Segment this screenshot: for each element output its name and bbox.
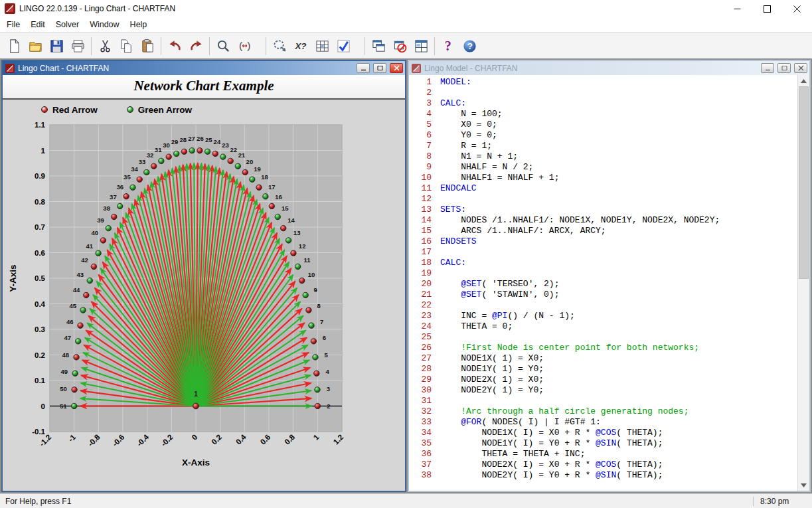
- svg-text:48: 48: [62, 351, 70, 359]
- find-button[interactable]: [212, 36, 234, 56]
- menu-edit[interactable]: Edit: [25, 19, 50, 31]
- menu-solver[interactable]: Solver: [50, 19, 84, 31]
- open-file-button[interactable]: [25, 36, 46, 56]
- code-line: 38 NODE2Y( I) = Y0 + R * @SIN( THETA);: [409, 470, 797, 481]
- menu-help[interactable]: Help: [125, 19, 153, 31]
- code-text: THETA = 0;: [440, 321, 513, 332]
- close-all-windows-button[interactable]: [389, 36, 410, 56]
- line-number: 1: [409, 77, 440, 88]
- svg-text:5: 5: [324, 351, 328, 359]
- toolbar-separator: [365, 37, 365, 55]
- save-button[interactable]: [46, 36, 67, 56]
- code-line: 23 INC = @PI() / (N - 1);: [409, 311, 797, 321]
- svg-text:32: 32: [147, 151, 154, 159]
- svg-text:29: 29: [171, 138, 179, 145]
- close-button[interactable]: [782, 0, 812, 17]
- scroll-down-button[interactable]: [798, 479, 809, 491]
- svg-text:22: 22: [230, 146, 238, 153]
- chart-restore-button[interactable]: [373, 63, 386, 73]
- chart-close-button[interactable]: [390, 63, 403, 73]
- svg-text:34: 34: [131, 165, 138, 173]
- svg-text:40: 40: [92, 229, 99, 236]
- undo-button[interactable]: [164, 36, 185, 56]
- scrollbar-track[interactable]: [798, 86, 809, 479]
- cut-button[interactable]: [94, 36, 116, 56]
- window-controls: [722, 0, 812, 17]
- code-line: 25: [409, 332, 797, 343]
- tile-windows-button[interactable]: [410, 36, 432, 56]
- svg-text:0.9: 0.9: [35, 172, 45, 180]
- line-number: 15: [409, 226, 440, 236]
- svg-text:44: 44: [73, 286, 80, 294]
- toolbar-separator: [209, 37, 210, 55]
- code-pane[interactable]: 1MODEL:23CALC:4 N = 100;5 X0 = 0;6 Y0 = …: [409, 75, 797, 491]
- svg-text:13: 13: [293, 229, 301, 236]
- close-icon: [798, 65, 804, 71]
- minimize-button[interactable]: [722, 0, 752, 17]
- model-minimize-button[interactable]: [761, 63, 774, 73]
- print-button[interactable]: [67, 36, 88, 56]
- new-document-button[interactable]: [3, 36, 25, 56]
- svg-text:0.4: 0.4: [35, 300, 46, 308]
- status-separator: [753, 497, 754, 506]
- status-message: For Help, press F1: [0, 497, 746, 506]
- solution-button[interactable]: X?: [290, 36, 311, 56]
- svg-text:0.2: 0.2: [35, 351, 45, 359]
- line-number: 6: [409, 130, 440, 141]
- menu-file[interactable]: File: [1, 19, 25, 31]
- maximize-button[interactable]: [752, 0, 782, 17]
- match-paren-button[interactable]: (): [234, 36, 255, 56]
- line-number: 33: [409, 417, 440, 428]
- line-number: 14: [409, 215, 440, 226]
- line-number: 37: [409, 460, 440, 470]
- minimize-icon: [361, 66, 366, 71]
- model-editor[interactable]: 1MODEL:23CALC:4 N = 100;5 X0 = 0;6 Y0 = …: [409, 75, 809, 491]
- x-axis-title: X-Axis: [182, 458, 210, 467]
- svg-text:31: 31: [155, 146, 162, 153]
- menu-window[interactable]: Window: [84, 19, 124, 31]
- line-number: 18: [409, 258, 440, 268]
- svg-text:?: ?: [467, 41, 472, 51]
- model-close-button[interactable]: [794, 63, 807, 73]
- scroll-up-button[interactable]: [798, 75, 809, 86]
- scrollbar-thumb[interactable]: [799, 86, 809, 279]
- code-line: 36 THETA = THETA + INC;: [409, 449, 797, 460]
- menubar: File Edit Solver Window Help: [0, 17, 812, 32]
- redo-button[interactable]: [185, 36, 206, 56]
- svg-text:0.1: 0.1: [35, 377, 46, 384]
- legend-item-green-arrow: Green Arrow: [127, 105, 192, 115]
- status-time: 8:30 pm: [760, 497, 812, 506]
- context-help-button[interactable]: ?: [438, 36, 459, 56]
- paste-button[interactable]: [137, 36, 158, 56]
- y-axis-title: Y-Axis: [8, 264, 18, 292]
- model-window-titlebar[interactable]: Lingo Model - CHARTFAN: [409, 61, 809, 75]
- statusbar: For Help, press F1 8:30 pm: [0, 493, 812, 508]
- svg-text:16: 16: [275, 193, 282, 201]
- matrix-picture-button[interactable]: [311, 36, 333, 56]
- maximize-icon: [764, 5, 771, 13]
- help-button[interactable]: ?: [459, 36, 480, 56]
- code-text: @SET( 'TERSEO', 2);: [440, 279, 559, 290]
- line-number: 5: [409, 120, 440, 130]
- new-document-icon: [7, 39, 22, 54]
- code-line: 35 NODE1Y( I) = Y0 + R * @SIN( THETA);: [409, 438, 797, 449]
- arrow-up-icon: [801, 79, 807, 83]
- svg-text:28: 28: [180, 136, 187, 143]
- model-restore-button[interactable]: [777, 63, 791, 73]
- close-icon: [394, 65, 400, 71]
- code-line: 21 @SET( 'STAWIN', 0);: [409, 290, 797, 300]
- solve-check-button[interactable]: [333, 36, 354, 56]
- svg-text:0.5: 0.5: [35, 274, 46, 282]
- chart-minimize-button[interactable]: [357, 63, 370, 73]
- y-tick-labels: 1.110.90.80.70.60.50.40.30.20.10-0.1: [32, 121, 45, 436]
- svg-text:-0.4: -0.4: [135, 433, 151, 448]
- copy-button[interactable]: [116, 36, 137, 56]
- chart-window-titlebar[interactable]: Lingo Chart - CHARTFAN: [3, 61, 405, 75]
- arrow-down-icon: [801, 483, 807, 487]
- svg-text:35: 35: [123, 173, 131, 181]
- cascade-windows-button[interactable]: [368, 36, 389, 56]
- solve-lasso-button[interactable]: [269, 36, 290, 56]
- vertical-scrollbar[interactable]: [797, 75, 809, 491]
- code-text: NHALF = N / 2;: [440, 162, 533, 173]
- svg-text:47: 47: [64, 334, 71, 341]
